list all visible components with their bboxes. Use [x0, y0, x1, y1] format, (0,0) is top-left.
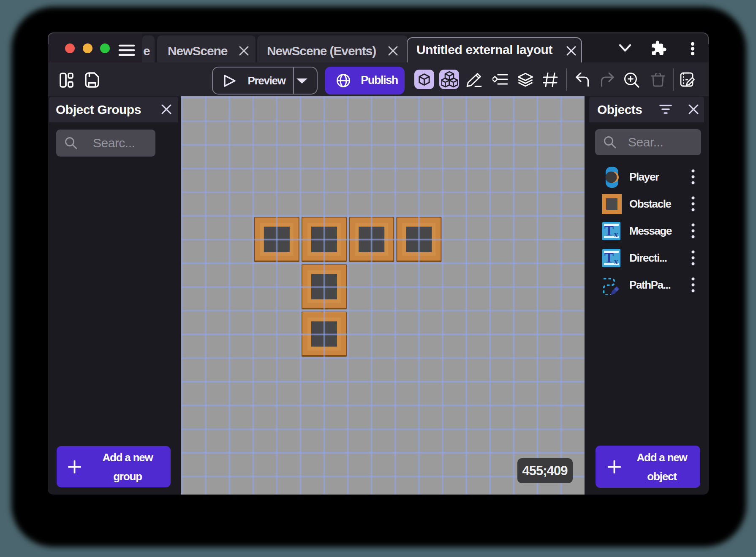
svg-text:x: x [614, 257, 618, 266]
svg-text:455;409: 455;409 [522, 463, 568, 478]
svg-text:T: T [604, 223, 614, 238]
svg-text:x: x [614, 230, 618, 239]
svg-text:T: T [604, 250, 614, 265]
